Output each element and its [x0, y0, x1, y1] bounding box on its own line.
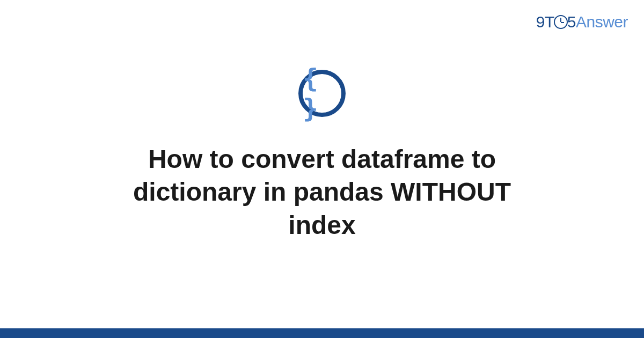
- logo-text-5: 5: [567, 13, 576, 31]
- logo-text-9t: 9T: [536, 13, 554, 31]
- site-logo[interactable]: 9T5Answer: [536, 13, 628, 31]
- bottom-accent-bar: [0, 328, 644, 338]
- page-title: How to convert dataframe to dictionary i…: [75, 143, 569, 241]
- logo-text-answer: Answer: [576, 13, 628, 31]
- main-content: { } How to convert dataframe to dictiona…: [0, 70, 644, 241]
- clock-icon: [554, 15, 568, 29]
- braces-glyph: { }: [303, 63, 341, 123]
- code-braces-icon: { }: [298, 70, 346, 117]
